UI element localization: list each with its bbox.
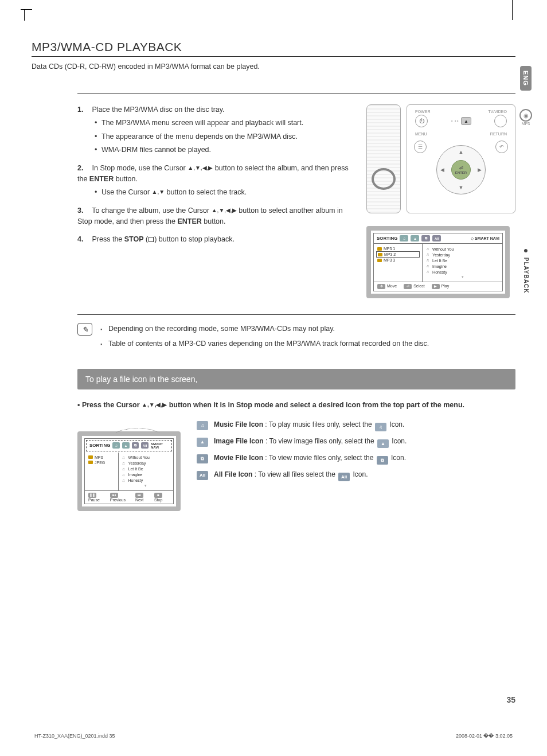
subsection-bar: To play a file icon in the screen, bbox=[77, 369, 515, 389]
folder-item[interactable]: JPEG bbox=[87, 460, 116, 465]
page-number: 35 bbox=[506, 695, 515, 704]
music-file-icon: ♫ bbox=[197, 421, 208, 430]
dpad-left[interactable]: ◀ bbox=[440, 167, 444, 173]
all-file-icon: All bbox=[197, 471, 208, 480]
sort-all-icon[interactable]: All bbox=[432, 235, 441, 241]
sort-movie-icon[interactable]: ⧉ bbox=[132, 442, 139, 449]
power-label: POWER bbox=[415, 110, 430, 114]
step-1-b2: The appearance of the menu depends on th… bbox=[95, 131, 355, 142]
step-4: Press the STOP () button to stop playbac… bbox=[77, 234, 355, 245]
track-item[interactable]: ♫Honesty bbox=[425, 269, 500, 275]
sort-music-icon[interactable]: ♫ bbox=[400, 235, 408, 241]
disc-icon: ◉ bbox=[519, 109, 532, 122]
remote-diagram: POWER TV/VIDEO ⏻ ∘ ∘∘ ▲ MENU bbox=[366, 104, 515, 213]
enter-button[interactable]: ⏎ ENTER bbox=[451, 160, 471, 180]
track-item[interactable]: ♫Let It Be bbox=[425, 258, 500, 263]
notes-block: ✎ Depending on the recording mode, some … bbox=[77, 323, 515, 353]
step-1-b3: WMA-DRM files cannot be played. bbox=[95, 145, 355, 155]
eject-button[interactable]: ▲ bbox=[461, 117, 471, 125]
dpad-ring: ▲ ▼ ◀ ▶ ⏎ ENTER bbox=[436, 145, 486, 194]
tvvideo-label: TV/VIDEO bbox=[488, 110, 507, 114]
note-2: Table of contents of a MP3-CD varies dep… bbox=[100, 338, 429, 349]
disc-type-badge: ◉ MP3 bbox=[519, 109, 533, 126]
sort-image-icon[interactable]: ▲ bbox=[122, 442, 130, 449]
folder-item[interactable]: MP3 1 bbox=[376, 246, 420, 251]
note-icon: ✎ bbox=[77, 323, 92, 336]
remote-body bbox=[366, 104, 401, 213]
callout-arc bbox=[100, 420, 175, 432]
dpad-down[interactable]: ▼ bbox=[459, 185, 464, 190]
dpad-up[interactable]: ▲ bbox=[459, 149, 464, 155]
track-item[interactable]: ♫Without You bbox=[425, 246, 500, 252]
folder-item[interactable]: MP3 bbox=[87, 455, 116, 460]
return-label: RETURN bbox=[490, 132, 507, 136]
note-1: Depending on the recording mode, some MP… bbox=[100, 323, 429, 334]
steps-list: Place the MP3/WMA disc on the disc tray.… bbox=[77, 104, 355, 245]
folder-item[interactable]: MP3 2 bbox=[376, 251, 420, 258]
print-footer: HT-Z310_XAA(ENG)_0201.indd 35 2008-02-01… bbox=[34, 733, 513, 739]
stop-icon bbox=[149, 237, 154, 242]
step-1-b1: The MP3/WMA menu screen will appear and … bbox=[95, 118, 355, 128]
folder-item[interactable]: MP3 3 bbox=[376, 258, 420, 263]
movie-file-icon: ⧉ bbox=[197, 454, 208, 463]
track-item[interactable]: ♫Yesterday bbox=[425, 252, 500, 258]
language-tab: ENG bbox=[520, 66, 532, 91]
file-icon-legend: ♫ Music File Icon : To play music files … bbox=[197, 420, 515, 486]
menu-label: MENU bbox=[415, 132, 427, 136]
step-3: To change the album, use the Cursor ▲,▼,… bbox=[77, 205, 355, 228]
return-button[interactable]: ↶ bbox=[495, 141, 508, 153]
image-file-icon: ▲ bbox=[197, 438, 208, 447]
section-tab: ● PLAYBACK bbox=[521, 241, 532, 298]
step-2: In Stop mode, use the Cursor ▲,▼,◀,▶ but… bbox=[77, 163, 355, 198]
sort-music-icon[interactable]: ♫ bbox=[112, 442, 120, 449]
step-1: Place the MP3/WMA disc on the disc tray.… bbox=[77, 104, 355, 156]
osd-menu-2: SORTING ♫ ▲ ⧉ All SMART NAVI MP3 JPEG bbox=[77, 431, 181, 511]
remote-zoom: POWER TV/VIDEO ⏻ ∘ ∘∘ ▲ MENU bbox=[407, 104, 515, 213]
instruction-text: • Press the Cursor ▲,▼,◀,▶ button when i… bbox=[77, 400, 515, 411]
sort-movie-icon[interactable]: ⧉ bbox=[421, 235, 430, 241]
tvvideo-button[interactable] bbox=[494, 115, 507, 127]
osd-menu-1: SORTING ♫ ▲ ⧉ All ◇ SMART NAVI MP3 1 MP3… bbox=[366, 226, 510, 298]
sort-all-icon[interactable]: All bbox=[141, 442, 149, 449]
dpad-right[interactable]: ▶ bbox=[478, 167, 482, 173]
sort-image-icon[interactable]: ▲ bbox=[411, 235, 419, 241]
track-item[interactable]: ♫Imagine bbox=[425, 263, 500, 269]
power-button[interactable]: ⏻ bbox=[415, 115, 428, 127]
intro-text: Data CDs (CD-R, CD-RW) encoded in MP3/WM… bbox=[32, 63, 515, 71]
step-2-b1: Use the Cursor ▲,▼ button to select the … bbox=[95, 187, 355, 198]
page-title: MP3/WMA-CD PLAYBACK bbox=[32, 40, 515, 57]
side-tabs: ENG bbox=[519, 66, 533, 91]
menu-button[interactable]: ☰ bbox=[414, 141, 427, 153]
